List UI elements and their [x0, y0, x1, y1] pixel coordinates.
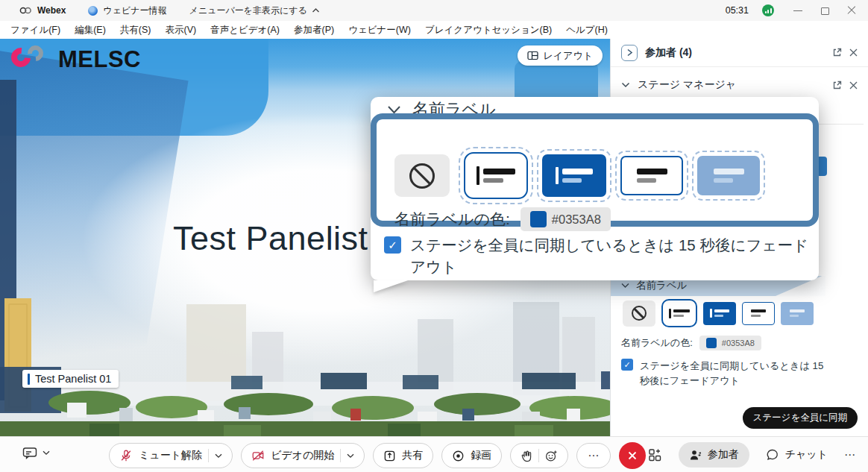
- magnifier-callout: 名前ラベル 名前ラベルの色: #0353A8 ✓ ステージを全員に同期していると…: [371, 97, 819, 280]
- magnified-color-row: 名前ラベルの色: #0353A8: [394, 207, 611, 231]
- close-window-button[interactable]: [847, 6, 856, 15]
- reactions-group: [510, 443, 568, 468]
- sync-fade-checkbox[interactable]: ✓: [621, 359, 633, 371]
- divider: [538, 449, 539, 462]
- chevron-right-icon: [626, 48, 633, 57]
- record-button[interactable]: 録画: [441, 443, 502, 468]
- menu-help[interactable]: ヘルプ(H): [566, 24, 608, 37]
- label-style-translucent-button[interactable]: [697, 156, 760, 195]
- share-button[interactable]: 共有: [373, 443, 433, 468]
- name-label-color-row: 名前ラベルの色: #0353A8: [621, 336, 761, 350]
- label-style-plain-button[interactable]: [742, 302, 775, 325]
- webex-app-badge: Webex: [19, 5, 66, 16]
- app-title: Webex: [37, 5, 66, 16]
- menu-participants[interactable]: 参加者(P): [294, 24, 334, 37]
- label-style-left-bar-button-selected[interactable]: [661, 299, 697, 327]
- menu-audio-video[interactable]: 音声とビデオ(A): [210, 24, 280, 37]
- label-style-filled-button[interactable]: [542, 154, 606, 197]
- layout-grid-icon: [527, 51, 538, 60]
- control-bar: ミュート解除 ビデオの開始 共有 録画: [0, 436, 868, 472]
- label-style-filled-button[interactable]: [703, 302, 736, 325]
- color-swatch: [706, 338, 717, 348]
- brand-name: MELSC: [58, 46, 141, 73]
- label-style-plain-button[interactable]: [620, 156, 683, 195]
- captions-button[interactable]: [22, 447, 50, 459]
- participants-header-row: 参加者 (4): [611, 39, 868, 67]
- webinar-info-icon: [88, 6, 98, 16]
- title-bar: Webex ウェビナー情報 メニューバーを非表示にする 05:31: [0, 0, 868, 21]
- camera-off-icon: [251, 449, 265, 462]
- sync-fade-checkbox[interactable]: ✓: [384, 236, 401, 254]
- reactions-smiley-icon[interactable]: [545, 450, 558, 462]
- callout-pointer: [374, 280, 408, 292]
- maximize-button[interactable]: [820, 6, 829, 15]
- name-label-section-header[interactable]: 名前ラベル: [621, 279, 687, 292]
- popout-stage-manager-icon[interactable]: [832, 81, 842, 90]
- chat-tab-button[interactable]: チャット: [766, 448, 828, 462]
- panel-divider: [818, 124, 864, 125]
- city-skyline: [0, 298, 610, 436]
- menu-webinar[interactable]: ウェビナー(W): [348, 24, 411, 37]
- stage-manager-title: ステージ マネージャ: [638, 78, 825, 92]
- magnifier-highlight-box: 名前ラベルの色: #0353A8: [371, 113, 819, 227]
- none-icon: [632, 306, 647, 321]
- participants-person-icon: [689, 449, 702, 462]
- apps-icon[interactable]: [647, 447, 662, 462]
- label-color-picker[interactable]: #0353A8: [699, 336, 761, 350]
- menu-bar: ファイル(F) 編集(E) 共有(S) 表示(V) 音声とビデオ(A) 参加者(…: [0, 21, 868, 39]
- menu-file[interactable]: ファイル(F): [10, 24, 60, 37]
- chat-bubble-icon: [766, 448, 779, 462]
- chevron-down-icon: [347, 453, 354, 459]
- close-panel-icon[interactable]: [849, 48, 858, 57]
- webex-window: Webex ウェビナー情報 メニューバーを非表示にする 05:31 ファイル(F…: [0, 0, 868, 472]
- none-icon: [409, 163, 435, 189]
- record-icon: [452, 450, 465, 462]
- more-options-button[interactable]: ⋯: [576, 443, 611, 468]
- name-label-accent-bar: [28, 374, 30, 385]
- chevron-up-icon: [312, 7, 320, 13]
- layout-button[interactable]: レイアウト: [518, 45, 603, 66]
- menu-edit[interactable]: 編集(E): [75, 24, 106, 37]
- menu-view[interactable]: 表示(V): [165, 24, 196, 37]
- collapse-panel-button[interactable]: [621, 45, 638, 61]
- connection-signal-icon[interactable]: [762, 4, 774, 16]
- sync-fade-option: ✓ ステージを全員に同期しているときは 15 秒後にフェードアウト: [621, 359, 829, 389]
- divider: [208, 449, 209, 462]
- share-icon: [383, 450, 396, 462]
- raise-hand-icon[interactable]: [521, 450, 532, 462]
- meeting-timer: 05:31: [726, 5, 749, 16]
- sync-stage-button[interactable]: ステージを全員に同期: [743, 407, 858, 429]
- participants-tab-button[interactable]: 参加者: [679, 442, 749, 468]
- unmute-button[interactable]: ミュート解除: [109, 443, 233, 468]
- popout-panel-icon[interactable]: [832, 48, 842, 57]
- hide-menubar-button[interactable]: メニューバーを非表示にする: [189, 4, 320, 17]
- start-video-button[interactable]: ビデオの開始: [241, 443, 365, 468]
- label-style-none-button[interactable]: [394, 154, 450, 197]
- close-stage-manager-icon[interactable]: [849, 81, 858, 89]
- shared-slide-text: Test Panelist: [173, 219, 368, 258]
- magnified-sync-fade-option: ✓ ステージを全員に同期しているときは 15 秒後にフェードアウト: [384, 234, 822, 277]
- melsc-brand-logo: MELSC: [10, 43, 141, 76]
- leave-meeting-button[interactable]: [619, 442, 646, 469]
- minimize-button[interactable]: [793, 6, 802, 15]
- label-color-picker[interactable]: #0353A8: [521, 207, 611, 231]
- stage-manager-header-row: ステージ マネージャ: [611, 74, 868, 96]
- chevron-down-icon[interactable]: [621, 82, 630, 88]
- webinar-info-button[interactable]: ウェビナー情報: [88, 4, 166, 17]
- label-style-left-bar-button-selected[interactable]: [464, 152, 528, 199]
- magnified-style-options: [394, 152, 760, 199]
- melsc-heart-icon: [10, 43, 51, 76]
- chevron-down-icon: [43, 450, 50, 456]
- menu-breakout[interactable]: ブレイクアウトセッション(B): [425, 24, 552, 37]
- color-swatch: [530, 211, 547, 227]
- menu-share[interactable]: 共有(S): [120, 24, 151, 37]
- mic-off-icon: [119, 449, 133, 462]
- more-panels-button[interactable]: ⋯: [844, 448, 856, 462]
- label-style-none-button[interactable]: [623, 300, 655, 327]
- chevron-down-icon: [621, 283, 629, 289]
- webex-logo-icon: [19, 6, 32, 15]
- captions-icon: [22, 447, 37, 459]
- participant-name-label: Test Panelist 01: [22, 370, 119, 388]
- label-style-translucent-button[interactable]: [781, 302, 814, 325]
- chevron-down-icon: [215, 453, 222, 459]
